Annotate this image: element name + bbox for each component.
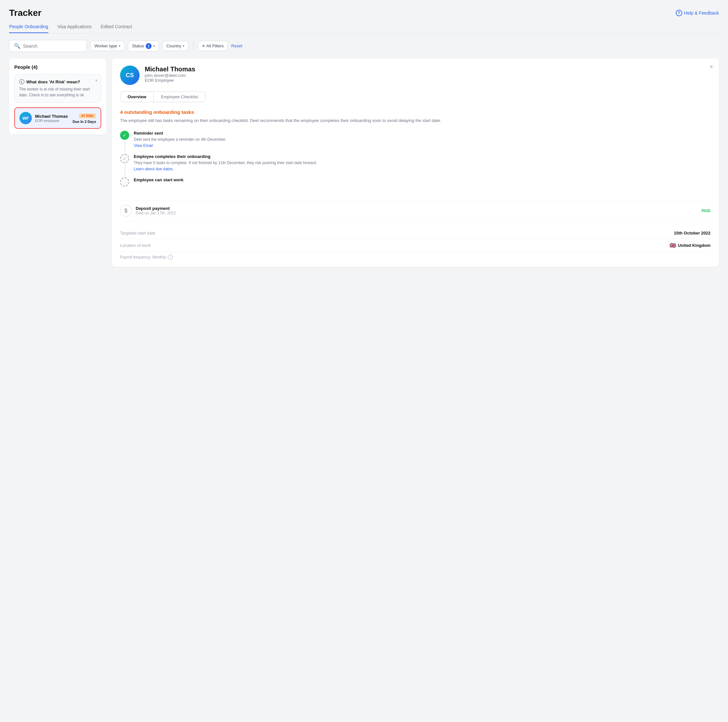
help-icon: ? [676, 10, 682, 16]
timeline-reminder-desc: Deel sent the employee a reminder on 4th… [134, 137, 710, 142]
help-feedback-link[interactable]: ? Help & Feedback [676, 10, 719, 16]
chevron-down-icon: ▾ [153, 44, 155, 48]
main-tabs: People Onboarding Visa Applications Edit… [9, 24, 719, 34]
timeline-onboarding-title: Employee completes their onboarding [134, 154, 710, 159]
worker-type-label: Worker type [95, 43, 117, 48]
payroll-row: Payroll frequency: Monthly i [120, 252, 710, 260]
close-icon[interactable]: × [95, 78, 98, 83]
payroll-label: Payroll frequency: Monthly [120, 255, 166, 259]
tab-people-onboarding[interactable]: People Onboarding [9, 24, 48, 33]
timeline-onboarding-desc: They have 5 tasks to complete. If not fi… [134, 160, 710, 166]
payroll-info-icon[interactable]: i [168, 255, 173, 260]
tab-overview[interactable]: Overview [121, 92, 154, 102]
person-status: AT RISK Due In 2 Days [73, 113, 96, 124]
tab-visa-applications[interactable]: Visa Applications [57, 24, 92, 33]
help-label: Help & Feedback [684, 11, 719, 15]
info-box-desc: The worker is at risk of missing their s… [19, 86, 96, 98]
deposit-date: Paid on Jan 17th, 2022 [136, 211, 697, 215]
timeline-item-reminder: ✓ Reminder sent Deel sent the employee a… [120, 131, 710, 154]
location-country: United Kingdom [678, 243, 710, 248]
reset-button[interactable]: Reset [231, 43, 242, 48]
at-risk-info-box: i What does 'At Risk' mean? The worker i… [14, 74, 101, 103]
info-icon: i [19, 79, 24, 84]
timeline: ✓ Reminder sent Deel sent the employee a… [120, 131, 710, 192]
start-date-row: Targeted start date 15th October 2022 [120, 227, 710, 239]
location-label: Location of work [120, 243, 151, 248]
due-label: Due In 2 Days [73, 120, 96, 124]
person-info: Michael Thomas EOR employee [35, 114, 69, 123]
location-row: Location of work 🇬🇧 United Kingdom [120, 239, 710, 252]
all-filters-button[interactable]: ≡ All Filters [198, 41, 228, 51]
timeline-onboarding-content: Employee completes their onboarding They… [134, 154, 710, 172]
timeline-item-start-work: Employee can start work [120, 177, 710, 192]
search-input[interactable] [23, 43, 82, 49]
deposit-row: $ Deposit payment Paid on Jan 17th, 2022… [120, 200, 710, 221]
location-value: 🇬🇧 United Kingdom [670, 242, 710, 249]
start-date-label: Targeted start date [120, 230, 155, 235]
deposit-info: Deposit payment Paid on Jan 17th, 2022 [136, 206, 697, 215]
person-name: Michael Thomas [35, 114, 69, 119]
person-card-michael-thomas[interactable]: WF Michael Thomas EOR employee AT RISK D… [14, 107, 101, 129]
left-panel: People (4) i What does 'At Risk' mean? T… [9, 58, 107, 134]
info-box-title: i What does 'At Risk' mean? [19, 79, 96, 84]
timeline-start-work-content: Employee can start work [134, 177, 710, 183]
chevron-down-icon: ▾ [183, 44, 184, 48]
worker-type-filter[interactable]: Worker type ▾ [90, 41, 125, 51]
filter-icon: ≡ [202, 43, 205, 48]
deposit-name: Deposit payment [136, 206, 697, 211]
people-count: People (4) [14, 64, 101, 70]
profile-avatar: CS [120, 66, 139, 85]
tab-employee-checklist[interactable]: Employee Checklist [154, 92, 205, 102]
learn-due-dates-link[interactable]: Learn about due dates. [134, 167, 174, 171]
country-filter[interactable]: Country ▾ [162, 41, 189, 51]
profile-info: Michael Thomas john.dover@deel.com EOR E… [145, 66, 196, 83]
timeline-reminder-content: Reminder sent Deel sent the employee a r… [134, 131, 710, 148]
search-box[interactable]: 🔍 [9, 40, 87, 52]
app-header: Tracker ? Help & Feedback [9, 8, 719, 18]
chevron-down-icon: ▾ [119, 44, 121, 48]
status-label: Status [132, 43, 144, 48]
profile-header: CS Michael Thomas john.dover@deel.com EO… [120, 66, 710, 85]
outstanding-desc: The employee still has tasks remaining o… [120, 118, 710, 124]
at-risk-badge: AT RISK [79, 113, 96, 118]
outstanding-heading: 4 outstanding onboarding tasks [120, 109, 710, 115]
reminder-done-icon: ✓ [120, 131, 129, 140]
all-filters-label: All Filters [206, 43, 223, 48]
profile-email: john.dover@deel.com [145, 73, 196, 78]
profile-name: Michael Thomas [145, 66, 196, 73]
filter-bar: 🔍 Worker type ▾ Status 1 ▾ Country ▾ ≡ A… [9, 40, 719, 52]
onboarding-pending-icon: ✓ [120, 154, 129, 163]
timeline-item-onboarding: ✓ Employee completes their onboarding Th… [120, 154, 710, 177]
person-type: EOR employee [35, 119, 69, 123]
paid-badge: PAID [701, 209, 710, 213]
detail-tabs: Overview Employee Checklist [120, 92, 205, 102]
deposit-icon: $ [120, 205, 132, 217]
profile-role: EOR Employee [145, 78, 196, 83]
start-work-pending-icon [120, 177, 129, 186]
view-email-link[interactable]: View Email [134, 143, 153, 148]
status-count-badge: 1 [146, 43, 151, 49]
tab-edited-contract[interactable]: Edited Contract [101, 24, 132, 33]
app-title: Tracker [9, 8, 41, 18]
uk-flag-icon: 🇬🇧 [670, 242, 676, 249]
right-panel: × CS Michael Thomas john.dover@deel.com … [112, 58, 719, 267]
avatar: WF [20, 112, 32, 124]
close-button[interactable]: × [710, 64, 713, 70]
start-date-value: 15th October 2022 [674, 230, 710, 235]
country-label: Country [167, 43, 181, 48]
timeline-reminder-title: Reminder sent [134, 131, 710, 136]
search-icon: 🔍 [14, 43, 20, 49]
status-filter[interactable]: Status 1 ▾ [128, 41, 159, 52]
timeline-start-work-title: Employee can start work [134, 177, 710, 182]
content-area: People (4) i What does 'At Risk' mean? T… [9, 58, 719, 267]
